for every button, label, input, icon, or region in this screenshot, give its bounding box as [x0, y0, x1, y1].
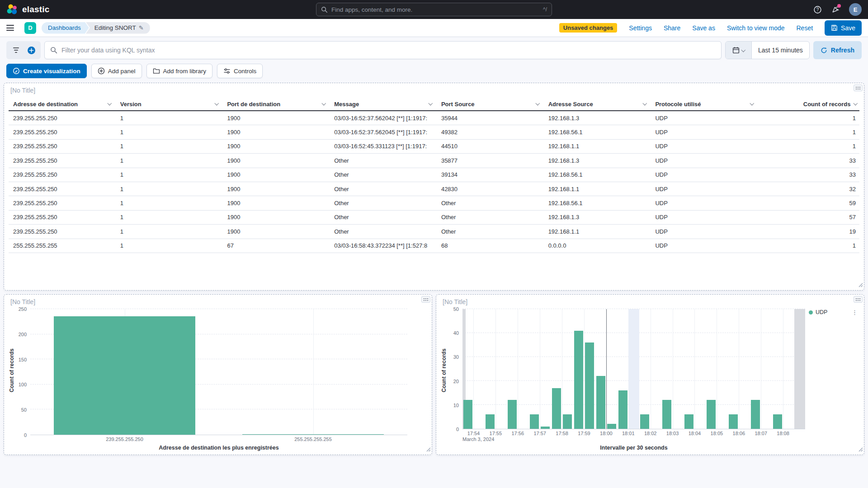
table-cell: 1	[116, 228, 223, 235]
breadcrumb-dashboards[interactable]: Dashboards	[42, 22, 89, 34]
table-cell: 239.255.255.250	[9, 129, 116, 136]
x-tick-label: 18:06	[733, 431, 745, 436]
x-tick-label: 17:56	[511, 431, 524, 436]
bar[interactable]	[729, 414, 738, 429]
table-row[interactable]: 239.255.255.25011900Other39134192.168.56…	[9, 168, 859, 182]
bar[interactable]	[54, 316, 195, 435]
table-cell: UDP	[651, 200, 758, 206]
table-row[interactable]: 239.255.255.2501190003/03-16:52:37.56204…	[9, 125, 859, 139]
table-cell: 239.255.255.250	[9, 143, 116, 150]
column-header-label: Port de destination	[227, 101, 280, 108]
saved-query-menu-button[interactable]	[8, 43, 24, 57]
add-panel-button[interactable]: Add panel	[91, 64, 142, 78]
bar[interactable]	[486, 414, 495, 429]
plus-in-circle-icon	[98, 67, 105, 75]
breadcrumb-current[interactable]: Editing SNORT ✎	[86, 22, 150, 34]
edit-pencil-icon[interactable]: ✎	[139, 24, 144, 31]
bar[interactable]	[242, 434, 384, 435]
add-from-library-button[interactable]: Add from library	[146, 64, 212, 78]
table-cell: UDP	[651, 171, 758, 178]
edit-toolbar: Create visualization Add panel Add from …	[0, 62, 868, 83]
bar[interactable]	[640, 414, 649, 429]
column-header-6[interactable]: Adresse Source	[544, 101, 651, 108]
bar[interactable]	[552, 388, 561, 429]
bar[interactable]	[684, 414, 693, 429]
bar[interactable]	[662, 400, 671, 429]
right-chart-plot	[462, 309, 805, 429]
column-header-1[interactable]: Adresse de destination	[9, 101, 116, 108]
reset-link[interactable]: Reset	[797, 24, 813, 32]
bar[interactable]	[707, 400, 716, 429]
save-button[interactable]: Save	[825, 20, 862, 36]
y-tick-label: 0	[24, 432, 27, 438]
global-search-input[interactable]	[331, 6, 539, 13]
dashboard-grid: [No Title] Adresse de destinationVersion…	[0, 83, 868, 459]
switch-to-view-mode-link[interactable]: Switch to view mode	[727, 24, 785, 32]
newsfeed-icon[interactable]	[831, 5, 840, 14]
table-row[interactable]: 255.255.255.25516703/03-16:58:43.372234 …	[9, 239, 859, 253]
bar[interactable]	[508, 400, 517, 429]
bar[interactable]	[563, 414, 572, 429]
space-badge[interactable]: D	[24, 22, 36, 34]
add-filter-button[interactable]	[24, 43, 39, 57]
column-header-2[interactable]: Version	[116, 101, 223, 108]
search-shortcut-hint: ^/	[543, 6, 547, 13]
create-visualization-button[interactable]: Create visualization	[6, 64, 87, 78]
kql-input[interactable]	[61, 47, 716, 54]
table-row[interactable]: 239.255.255.25011900OtherOther192.168.1.…	[9, 211, 859, 225]
menu-icon[interactable]	[6, 21, 20, 35]
column-header-5[interactable]: Port Source	[437, 101, 544, 108]
column-header-8[interactable]: Count of records	[758, 101, 859, 108]
legend-column: UDP ⋮	[805, 309, 859, 452]
bar[interactable]	[463, 400, 472, 429]
plus-circle-icon	[27, 46, 36, 55]
column-header-7[interactable]: Protocole utilisé	[651, 101, 758, 108]
bar[interactable]	[541, 427, 550, 429]
bar[interactable]	[530, 414, 539, 429]
table-row[interactable]: 239.255.255.25011900Other42830192.168.1.…	[9, 182, 859, 196]
gridline	[313, 309, 314, 435]
legend-more-icon[interactable]: ⋮	[852, 310, 858, 315]
settings-link[interactable]: Settings	[629, 24, 652, 32]
table-row[interactable]: 239.255.255.25011900OtherOther192.168.1.…	[9, 225, 859, 239]
drag-dots-icon	[423, 298, 429, 301]
bar[interactable]	[773, 414, 782, 429]
avatar[interactable]: E	[849, 3, 862, 16]
refresh-button[interactable]: Refresh	[813, 41, 862, 59]
right-chart: Count of records 01020304050 17:5417:551…	[440, 309, 859, 452]
elastic-logo[interactable]: elastic	[6, 4, 50, 15]
y-axis-title: Count of records	[8, 309, 16, 432]
table-row[interactable]: 239.255.255.2501190003/03-16:52:45.33112…	[9, 140, 859, 154]
controls-button[interactable]: Controls	[217, 64, 263, 78]
bar[interactable]	[585, 343, 594, 429]
panel-drag-handle[interactable]	[421, 296, 430, 303]
column-header-4[interactable]: Message	[330, 101, 437, 108]
panel-resize-handle[interactable]	[858, 281, 863, 289]
global-search[interactable]: ^/	[316, 3, 552, 16]
calendar-menu-button[interactable]	[726, 42, 752, 59]
bar[interactable]	[596, 376, 605, 429]
legend-label[interactable]: UDP	[816, 309, 827, 315]
bar[interactable]	[574, 331, 583, 429]
time-range-value[interactable]: Last 15 minutes	[752, 42, 809, 59]
kql-filter-bar[interactable]	[44, 41, 722, 59]
share-link[interactable]: Share	[664, 24, 680, 32]
table-cell: UDP	[651, 157, 758, 164]
table-row[interactable]: 239.255.255.25011900Other35877192.168.1.…	[9, 154, 859, 168]
panel-resize-handle[interactable]	[426, 446, 431, 454]
bar[interactable]	[751, 400, 760, 429]
panel-resize-handle[interactable]	[858, 446, 863, 454]
table-cell: 19	[758, 228, 859, 235]
table-row[interactable]: 239.255.255.25011900OtherOther192.168.56…	[9, 196, 859, 210]
panel-drag-handle[interactable]	[854, 84, 863, 91]
bar[interactable]	[618, 390, 627, 429]
table-row[interactable]: 239.255.255.2501190003/03-16:52:37.56204…	[9, 111, 859, 125]
column-header-3[interactable]: Port de destination	[222, 101, 330, 108]
panel-drag-handle[interactable]	[854, 296, 863, 303]
bar[interactable]	[607, 424, 616, 429]
x-tick-label: 17:57	[533, 431, 546, 436]
x-tick-label: 18:08	[777, 431, 789, 436]
help-icon[interactable]: ?	[813, 5, 822, 14]
data-table: Adresse de destinationVersionPort de des…	[9, 98, 859, 253]
save-as-link[interactable]: Save as	[692, 24, 715, 32]
